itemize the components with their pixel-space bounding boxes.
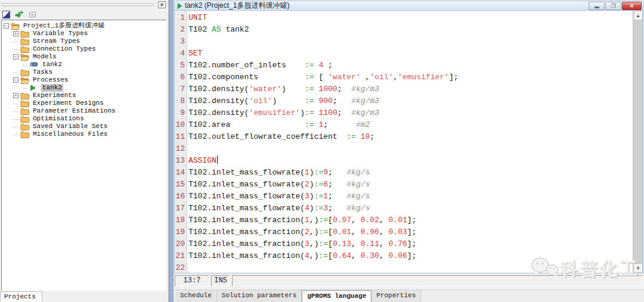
tree-item-label[interactable]: Tasks [32, 69, 54, 76]
tree-connector [13, 49, 18, 50]
code-line[interactable] [188, 143, 633, 155]
code-line[interactable]: UNIT [188, 12, 633, 24]
code-line[interactable]: T102.density('water') := 1000; #kg/m3 [188, 83, 633, 95]
scroll-up-icon[interactable]: ▲ [633, 11, 643, 20]
code-line[interactable]: T102.outlet_flowrate_coefficient := 10; [188, 131, 633, 143]
code-line[interactable]: T102.inlet_mass_fraction(2,):=[0.01, 0.9… [188, 226, 633, 238]
tree-connector [13, 42, 18, 42]
line-number-gutter: 12345678910111213141516171819202122 [175, 11, 187, 273]
tree-item-label[interactable]: tank2 [41, 84, 63, 92]
tab-properties[interactable]: Properties [371, 290, 421, 302]
tree-item-label[interactable]: Saved Variable Sets [32, 123, 109, 130]
tab-projects[interactable]: Projects [0, 291, 42, 302]
tree-item[interactable]: Experiment Designs [2, 99, 166, 107]
code-line[interactable]: T102.inlet_mass_flowrate(1):=9; #kg/s [188, 167, 633, 179]
tree-item-label[interactable]: Processes [32, 76, 69, 84]
tree-connector [13, 119, 18, 120]
tree-item[interactable]: −Models [2, 53, 166, 61]
code-line[interactable] [188, 262, 633, 273]
tree-item[interactable]: Tasks [2, 69, 166, 76]
tree-item[interactable]: Connection Types [2, 45, 166, 53]
code-line[interactable]: T102.inlet_mass_fraction(4,):=[0.64, 0.3… [188, 250, 633, 262]
panel-splitter[interactable] [169, 0, 174, 302]
line-number: 4 [175, 48, 187, 60]
editor-title: tank2 (Project_1多股进料缓冲罐) [185, 1, 588, 11]
code-line[interactable]: T102.inlet_mass_flowrate(4):=3; #kg/s [188, 203, 633, 214]
tree-item-label[interactable]: Experiments [32, 92, 78, 99]
line-number: 8 [175, 95, 187, 107]
palette-icon[interactable] [2, 10, 11, 19]
tree-item[interactable]: −Project_1多股进料缓冲罐 [2, 22, 166, 30]
tree-item-label[interactable]: tank2 [41, 61, 63, 69]
tree-item[interactable]: Miscellaneous Files [2, 130, 166, 138]
editor-titlebar[interactable]: tank2 (Project_1多股进料缓冲罐) ❐ ✕ [174, 1, 643, 11]
panel-close-icon[interactable]: × [158, 1, 166, 8]
expand-icon[interactable]: + [13, 31, 18, 36]
tree-item[interactable]: tank2 [2, 84, 166, 92]
tree-item-label[interactable]: Variable Types [32, 30, 89, 38]
insert-mode-indicator: INS [211, 275, 230, 287]
code-line[interactable]: T102.density('emusifier'):= 1100; #kg/m3 [188, 107, 633, 119]
tree-item[interactable]: +Experiments [2, 92, 166, 99]
vertical-scrollbar[interactable]: ▲ ▼ [633, 11, 643, 273]
tree-item-label[interactable]: Models [32, 53, 58, 61]
line-number: 11 [175, 131, 187, 143]
code-line[interactable]: T102 AS tank2 [188, 24, 633, 36]
projects-toolbar [2, 9, 37, 20]
tree-item-label[interactable]: Miscellaneous Files [32, 130, 109, 138]
tree-item[interactable]: Saved Variable Sets [2, 123, 166, 130]
grip-line [1, 2, 155, 4]
tree-item-label[interactable]: Connection Types [32, 45, 97, 53]
cursor-position: 13:7 [175, 275, 209, 287]
code-line[interactable]: ASSIGN [188, 155, 633, 167]
folder-icon [20, 115, 30, 123]
collapse-all-icon[interactable] [28, 10, 37, 19]
tree-item[interactable]: −Processes [2, 76, 166, 84]
code-content[interactable]: UNITT102 AS tank2SETT102.number_of_inlet… [187, 11, 633, 273]
tab-gproms-language[interactable]: gPROMS language [302, 290, 371, 302]
project-tree[interactable]: −Project_1多股进料缓冲罐+Variable TypesStream T… [1, 20, 166, 291]
folder-open-icon [20, 76, 30, 84]
code-line[interactable]: SET [188, 48, 633, 60]
close-button[interactable]: ✕ [622, 2, 642, 10]
tree-item[interactable]: tank2 [2, 61, 166, 69]
code-line[interactable]: T102.inlet_mass_fraction(3,):=[0.13, 0.1… [188, 238, 633, 250]
tab-schedule[interactable]: Schedule [175, 290, 217, 302]
sync-selection-icon[interactable] [15, 10, 24, 19]
restore-button[interactable]: ❐ [605, 2, 621, 10]
tree-item-label[interactable]: Project_1多股进料缓冲罐 [22, 22, 106, 30]
code-line[interactable]: T102.components := [ 'water' ,'oil','emu… [188, 71, 633, 83]
code-line[interactable]: T102.inlet_mass_flowrate(3):=1; #kg/s [188, 191, 633, 203]
scrollbar-track[interactable] [633, 20, 643, 263]
tree-item-label[interactable]: Stream Types [32, 38, 81, 45]
panel-grip[interactable]: × [1, 1, 166, 8]
status-message [232, 275, 643, 287]
minimize-button[interactable] [589, 2, 605, 10]
model-icon [30, 61, 39, 69]
projects-panel: × −Project_1多股进料缓冲罐 [0, 0, 169, 302]
tree-item-label[interactable]: Parameter Estimations [32, 107, 117, 115]
tab-solution-parameters[interactable]: Solution parameters [217, 290, 302, 302]
code-line[interactable]: T102.inlet_mass_flowrate(2):=6; #kg/s [188, 179, 633, 191]
tree-item[interactable]: Optimisations [2, 115, 166, 123]
tree-item-label[interactable]: Optimisations [32, 115, 85, 123]
tree-item[interactable]: Stream Types [2, 38, 166, 45]
code-line[interactable]: T102.number_of_inlets := 4 ; [188, 60, 633, 71]
expand-icon[interactable]: + [13, 93, 18, 98]
collapse-icon[interactable]: − [13, 54, 18, 60]
collapse-icon[interactable]: − [4, 23, 9, 29]
folder-icon [20, 30, 30, 38]
folder-icon [20, 107, 30, 115]
tree-item[interactable]: Parameter Estimations [2, 107, 166, 115]
tree-item[interactable]: +Variable Types [2, 30, 166, 38]
tree-item-label[interactable]: Experiment Designs [32, 99, 105, 107]
tree-connector [13, 135, 18, 135]
code-line[interactable]: T102.area := 1; #m2 [188, 119, 633, 131]
code-line[interactable] [188, 36, 633, 48]
scroll-down-icon[interactable]: ▼ [633, 263, 643, 273]
collapse-icon[interactable]: − [13, 77, 18, 83]
code-line[interactable]: T102.density('oil') := 900; #kg/m3 [188, 95, 633, 107]
folder-icon [20, 69, 30, 76]
code-line[interactable]: T102.inlet_mass_fraction(1,):=[0.97, 0.0… [188, 214, 633, 226]
line-number: 14 [175, 167, 187, 179]
